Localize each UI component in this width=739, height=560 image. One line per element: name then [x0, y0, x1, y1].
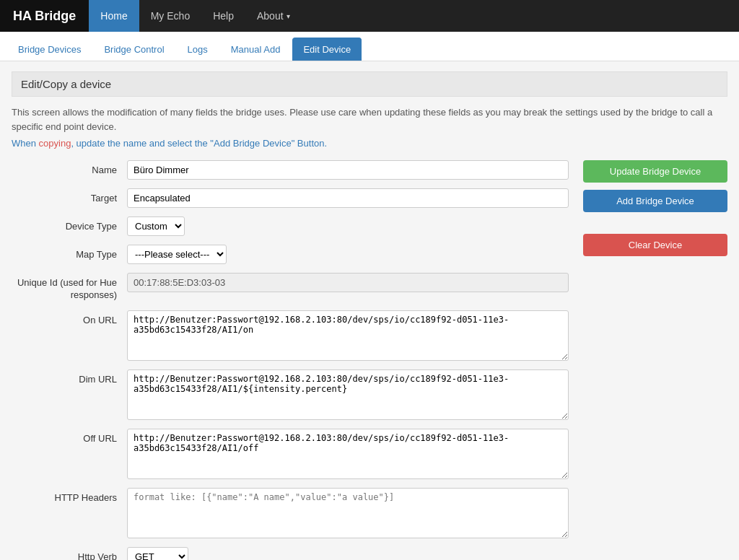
navbar-item-home[interactable]: Home: [89, 0, 139, 32]
tab-bridge-devices[interactable]: Bridge Devices: [7, 38, 92, 61]
http-verb-select[interactable]: GET POST PUT DELETE: [127, 547, 188, 560]
http-headers-group: HTTP Headers: [12, 488, 569, 538]
map-type-select[interactable]: ---Please select--- GET POST PUT: [127, 245, 227, 264]
section-title: Edit/Copy a device: [12, 71, 727, 97]
device-type-group: Device Type Custom Switch Dimmer Sensor: [12, 216, 569, 236]
off-url-label: Off URL: [12, 429, 127, 444]
info-line1: This screen allows the modification of m…: [12, 105, 727, 134]
unique-id-group: Unique Id (used for Hue responses) 00:17…: [12, 273, 569, 302]
tab-logs[interactable]: Logs: [177, 38, 219, 61]
target-label: Target: [12, 188, 127, 204]
form-left: Name Target Device Type Custom Switch Di…: [12, 160, 569, 560]
name-group: Name: [12, 160, 569, 180]
map-type-select-wrapper: ---Please select--- GET POST PUT: [127, 245, 227, 264]
navbar-brand: HA Bridge: [0, 0, 89, 32]
main-content: Edit/Copy a device This screen allows th…: [0, 61, 739, 560]
device-type-select-wrapper: Custom Switch Dimmer Sensor: [127, 216, 185, 236]
dim-url-label: Dim URL: [12, 369, 127, 385]
device-type-select[interactable]: Custom Switch Dimmer Sensor: [127, 216, 185, 236]
navbar: HA Bridge Home My Echo Help About ▾: [0, 0, 739, 32]
navbar-item-about-label: About: [257, 10, 284, 22]
form-right: Update Bridge Device Add Bridge Device C…: [583, 160, 727, 560]
http-headers-input[interactable]: [127, 488, 569, 538]
name-label: Name: [12, 160, 127, 175]
off-url-group: Off URL http://Benutzer:Passwort@192.168…: [12, 429, 569, 479]
http-verb-label: Http Verb: [12, 547, 127, 560]
clear-device-button[interactable]: Clear Device: [583, 234, 727, 256]
device-type-label: Device Type: [12, 216, 127, 232]
map-type-group: Map Type ---Please select--- GET POST PU…: [12, 245, 569, 264]
on-url-group: On URL http://Benutzer:Passwort@192.168.…: [12, 310, 569, 361]
dim-url-input[interactable]: http://Benutzer:Passwort@192.168.2.103:8…: [127, 369, 569, 420]
navbar-item-about[interactable]: About ▾: [245, 0, 302, 32]
tabs-bar: Bridge Devices Bridge Control Logs Manua…: [0, 32, 739, 61]
tab-manual-add[interactable]: Manual Add: [220, 38, 292, 61]
unique-id-label: Unique Id (used for Hue responses): [12, 273, 127, 302]
unique-id-value: 00:17:88:5E:D3:03-03: [127, 273, 569, 292]
navbar-item-my-echo[interactable]: My Echo: [139, 0, 201, 32]
http-verb-select-wrapper: GET POST PUT DELETE: [127, 547, 188, 560]
off-url-input[interactable]: http://Benutzer:Passwort@192.168.2.103:8…: [127, 429, 569, 479]
chevron-down-icon: ▾: [287, 12, 290, 20]
update-bridge-device-button[interactable]: Update Bridge Device: [583, 160, 727, 183]
navbar-item-help[interactable]: Help: [201, 0, 245, 32]
tab-bridge-control[interactable]: Bridge Control: [93, 38, 175, 61]
add-bridge-device-button[interactable]: Add Bridge Device: [583, 190, 727, 212]
http-headers-label: HTTP Headers: [12, 488, 127, 503]
map-type-label: Map Type: [12, 245, 127, 260]
name-input[interactable]: [127, 160, 569, 180]
dim-url-group: Dim URL http://Benutzer:Passwort@192.168…: [12, 369, 569, 420]
form-area: Name Target Device Type Custom Switch Di…: [12, 160, 727, 560]
tab-edit-device[interactable]: Edit Device: [292, 38, 362, 61]
info-line2: When copying, update the name and select…: [12, 138, 727, 149]
on-url-label: On URL: [12, 310, 127, 325]
target-group: Target: [12, 188, 569, 208]
copy-highlight: copying: [39, 138, 71, 149]
target-input[interactable]: [127, 188, 569, 208]
on-url-input[interactable]: http://Benutzer:Passwort@192.168.2.103:8…: [127, 310, 569, 361]
http-verb-group: Http Verb GET POST PUT DELETE: [12, 547, 569, 560]
